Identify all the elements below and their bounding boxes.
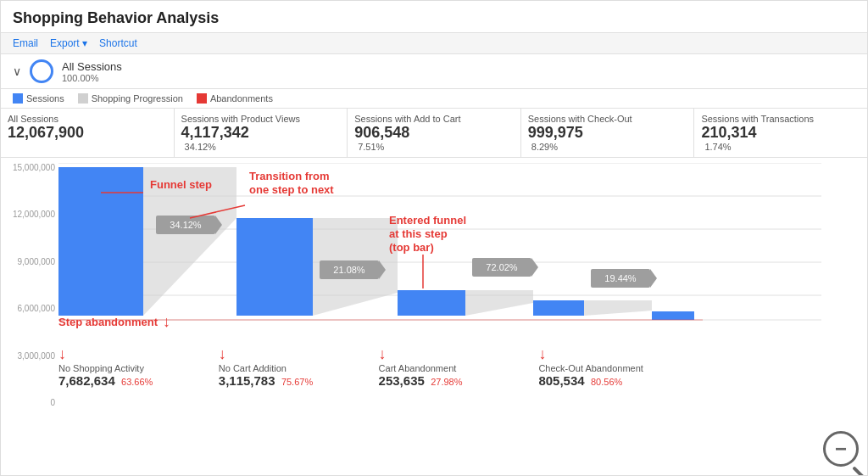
bar-transactions	[652, 315, 694, 320]
legend-sessions: Sessions	[13, 93, 64, 104]
legend-abandonments-label: Abandonments	[210, 93, 273, 104]
metric-all-sessions: All Sessions 12,067,900	[1, 109, 175, 157]
title-bar: Shopping Behavior Analysis	[1, 1, 867, 33]
y-axis: 15,000,000 12,000,000 9,000,000 6,000,00…	[9, 163, 58, 475]
legend-abandonments: Abandonments	[197, 93, 273, 104]
abandon-cart-pct: 27.98%	[431, 377, 462, 387]
zoom-out-symbol: −	[835, 437, 847, 461]
metric-add-to-cart-pct: 7.51%	[358, 142, 384, 152]
annotation-funnel-step: Funnel step	[150, 178, 212, 191]
legend-row: Sessions Shopping Progression Abandonmen…	[1, 89, 867, 109]
page-title: Shopping Behavior Analysis	[13, 9, 855, 27]
abandon-no-cart-label: No Cart Addition	[219, 363, 379, 373]
metric-transactions: Sessions with Transactions 210,314 1.74%	[694, 109, 867, 157]
metric-add-to-cart-value: 906,548	[354, 124, 514, 142]
legend-sessions-label: Sessions	[26, 93, 64, 104]
funnel-shape-4	[584, 300, 652, 316]
bar-product-views	[236, 218, 313, 316]
y-label-5: 3,000,000	[9, 351, 58, 361]
email-button[interactable]: Email	[13, 37, 38, 49]
abandon-cart-value: 253,635	[379, 373, 425, 388]
y-label-3: 9,000,000	[9, 257, 58, 266]
abandon-arrow-1: ↓	[58, 345, 219, 363]
metric-add-to-cart-label: Sessions with Add to Cart	[354, 114, 460, 124]
segment-icon	[30, 59, 53, 83]
export-button[interactable]: Export	[50, 37, 87, 49]
funnel-svg: 34.12% 21.08%	[58, 163, 859, 328]
abandon-no-shopping: ↓ No Shopping Activity 7,682,634 63.66%	[58, 330, 219, 388]
abandon-no-shopping-value: 7,682,634	[58, 373, 115, 388]
abandon-checkout-value: 805,534	[538, 373, 584, 388]
bar-transactions-top	[652, 311, 694, 315]
toolbar: Email Export Shortcut	[1, 33, 867, 54]
legend-progression-label: Shopping Progression	[92, 93, 183, 104]
segment-pct: 100.00%	[62, 73, 122, 83]
abandon-no-cart-value: 3,115,783	[219, 373, 275, 388]
y-label-4: 6,000,000	[9, 304, 58, 313]
metric-transactions-label: Sessions with Transactions	[701, 114, 814, 124]
shortcut-button[interactable]: Shortcut	[99, 37, 137, 49]
abandon-checkout: ↓ Check-Out Abandonment 805,534 80.56%	[538, 330, 698, 388]
segment-chevron[interactable]: ∨	[13, 64, 21, 78]
annotation-transition-2: one step to next	[249, 183, 334, 196]
abandonment-arrow-icon: ↓	[163, 313, 170, 331]
legend-progression-box	[78, 93, 88, 104]
chart-area: All Sessions 12,067,900 Sessions with Pr…	[1, 109, 867, 475]
metric-product-views-value: 4,117,342	[181, 124, 341, 142]
y-label-2: 12,000,000	[9, 210, 58, 219]
abandon-arrow-4: ↓	[538, 345, 698, 363]
abandon-cart-label: Cart Abandonment	[379, 363, 539, 373]
arrow-badge-3-text: 72.02%	[486, 262, 518, 272]
bar-check-out-top	[533, 300, 584, 305]
abandon-no-cart-pct: 75.67%	[281, 377, 313, 387]
annotation-entered-3: (top bar)	[389, 241, 434, 254]
abandon-checkout-label: Check-Out Abandonment	[538, 363, 698, 373]
bar-add-to-cart	[398, 297, 465, 316]
y-label-6: 0	[9, 398, 58, 407]
abandon-arrow-2: ↓	[219, 345, 379, 363]
segment-name: All Sessions	[62, 60, 122, 73]
arrow-badge-4-text: 19.44%	[604, 273, 637, 283]
abandon-cart: ↓ Cart Abandonment 253,635 27.98%	[379, 330, 539, 388]
metric-transactions-pct: 1.74%	[704, 142, 731, 152]
abandon-no-cart: ↓ No Cart Addition 3,115,783 75.67%	[219, 330, 379, 388]
metric-all-sessions-value: 12,067,900	[8, 124, 167, 142]
abandon-arrow-3: ↓	[379, 345, 539, 363]
metrics-row: All Sessions 12,067,900 Sessions with Pr…	[1, 109, 867, 158]
metric-check-out-value: 999,975	[528, 124, 687, 142]
annotation-transition-1: Transition from	[249, 170, 330, 182]
abandon-no-shopping-pct: 63.66%	[121, 377, 153, 387]
legend-abandonments-box	[197, 93, 207, 104]
annotation-entered-1: Entered funnel	[389, 214, 466, 227]
metric-check-out-pct: 8.29%	[531, 142, 558, 152]
abandon-checkout-pct: 80.56%	[591, 377, 622, 387]
funnel-shape-3	[465, 290, 533, 316]
metric-product-views-pct: 34.12%	[185, 142, 216, 152]
metric-all-sessions-label: All Sessions	[8, 114, 58, 124]
metric-product-views-label: Sessions with Product Views	[181, 114, 300, 124]
metric-transactions-value: 210,314	[701, 124, 860, 142]
bar-all-sessions	[58, 167, 143, 316]
zoom-out-icon[interactable]: −	[823, 431, 859, 467]
annotation-step-abandonment: Step abandonment ↓	[58, 313, 170, 331]
metric-add-to-cart: Sessions with Add to Cart 906,548 7.51%	[348, 109, 521, 157]
segment-row: ∨ All Sessions 100.00%	[1, 54, 867, 89]
metric-check-out-label: Sessions with Check-Out	[528, 114, 632, 124]
y-label-1: 15,000,000	[9, 163, 58, 172]
arrow-badge-4-tip	[650, 269, 657, 288]
arrow-badge-1-text: 34.12%	[170, 220, 202, 230]
arrow-badge-2-text: 21.08%	[333, 265, 365, 275]
abandon-no-shopping-label: No Shopping Activity	[58, 363, 219, 373]
metric-product-views: Sessions with Product Views 4,117,342 34…	[175, 109, 348, 157]
annotation-step-abandonment-text: Step abandonment	[58, 316, 158, 328]
legend-sessions-box	[13, 93, 23, 104]
abandon-placeholder	[698, 330, 859, 388]
annotation-entered-2: at this step	[389, 227, 448, 240]
abandonment-row: Step abandonment ↓ ↓ No Shopping Activit…	[58, 328, 859, 391]
bar-check-out	[533, 305, 584, 316]
metric-check-out: Sessions with Check-Out 999,975 8.29%	[521, 109, 695, 157]
segment-info: All Sessions 100.00%	[62, 60, 122, 83]
legend-progression: Shopping Progression	[78, 93, 183, 104]
bar-add-to-cart-top	[398, 290, 465, 297]
arrow-badge-3-tip	[531, 258, 538, 277]
